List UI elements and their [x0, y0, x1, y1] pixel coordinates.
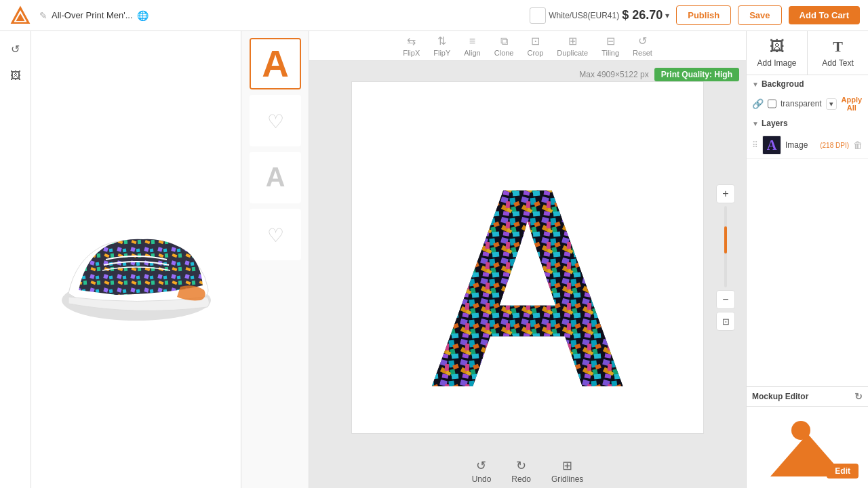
add-text-icon: T [833, 38, 843, 56]
undo-button[interactable]: ↺ Undo [472, 458, 492, 484]
background-section-header[interactable]: ▼ Backgroud [747, 75, 868, 93]
add-to-cart-button[interactable]: Add To Cart [789, 6, 860, 24]
layers-chevron: ▼ [752, 120, 759, 127]
zoom-track[interactable] [724, 206, 727, 287]
quality-badge: Print Quality: High [654, 68, 739, 81]
zoom-in-button[interactable]: + [716, 184, 735, 203]
canvas-wrapper: Max 4909×5122 px Print Quality: High A [309, 61, 746, 454]
canvas-info: Max 4909×5122 px Print Quality: High [579, 68, 739, 81]
bottom-controls: ↺ Undo ↻ Redo ⊞ Gridlines [309, 454, 746, 488]
variant-label: White/US8(EUR41) [549, 11, 619, 20]
color-swatch [530, 7, 546, 24]
layer-item-image: ⠿ A Image (218 DPI) 🗑 [747, 132, 868, 159]
product-name-area[interactable]: ✎ All-Over Print Men'... 🌐 [39, 10, 149, 21]
duplicate-tool[interactable]: ⊞ Duplicate [557, 35, 588, 57]
layer-drag-handle[interactable]: ⠿ [752, 140, 758, 150]
svg-text:♡: ♡ [267, 224, 283, 246]
layer-delete-button[interactable]: 🗑 [853, 140, 863, 150]
clone-tool[interactable]: ⧉ Clone [494, 35, 514, 57]
mockup-editor-header: Mockup Editor ↻ [747, 387, 868, 407]
tiling-tool[interactable]: ⊟ Tiling [601, 35, 619, 57]
thumbnail-panel: A ♡ A ♡ [241, 31, 309, 488]
thumbnail-item-1[interactable]: A [250, 38, 301, 89]
canvas-area: ⇆ FlipX ⇅ FlipY ≡ Align ⧉ Clone ⊡ Crop ⊞… [309, 31, 746, 488]
shoe-preview-image [48, 192, 224, 327]
left-panel: ↺ 🖼 [0, 31, 31, 488]
product-name-label: All-Over Print Men'... [52, 10, 133, 20]
topbar: ✎ All-Over Print Men'... 🌐 White/US8(EUR… [0, 0, 868, 31]
layer-dpi-label: (218 DPI) [820, 142, 849, 149]
undo-icon-btn[interactable]: ↺ [5, 38, 26, 60]
apply-all-button[interactable]: Apply All [841, 96, 863, 112]
toolbar-row: ⇆ FlipX ⇅ FlipY ≡ Align ⧉ Clone ⊡ Crop ⊞… [309, 31, 746, 61]
add-image-button[interactable]: 🖼 Add Image [747, 31, 807, 75]
bg-color-dropdown[interactable]: ▾ [826, 98, 837, 110]
main-layout: ↺ 🖼 [0, 31, 868, 488]
layer-name-label: Image [785, 140, 816, 150]
svg-text:♡: ♡ [267, 110, 283, 132]
align-icon: ≡ [469, 35, 475, 47]
crop-icon: ⊡ [531, 35, 540, 47]
pencil-icon: ✎ [39, 10, 47, 21]
bg-transparent-label: transparent [781, 99, 822, 108]
reset-icon: ↺ [638, 35, 647, 47]
layer-thumbnail: A [762, 136, 781, 155]
publish-button[interactable]: Publish [676, 5, 731, 25]
flipy-icon: ⇅ [437, 35, 446, 47]
gridlines-button[interactable]: ⊞ Gridlines [551, 458, 583, 484]
duplicate-icon: ⊞ [568, 35, 577, 47]
background-row: 🔗 transparent ▾ Apply All [747, 93, 868, 115]
reset-tool[interactable]: ↺ Reset [633, 35, 652, 57]
app-logo [8, 3, 33, 28]
mockup-editor-section: Mockup Editor ↻ Edit [747, 386, 868, 488]
add-buttons-row: 🖼 Add Image T Add Text [747, 31, 868, 75]
price-dropdown-arrow[interactable]: ▾ [665, 11, 669, 20]
globe-icon: 🌐 [137, 10, 149, 21]
max-size-label: Max 4909×5122 px [579, 70, 648, 79]
align-tool[interactable]: ≡ Align [464, 35, 480, 57]
mockup-edit-button[interactable]: Edit [827, 464, 859, 479]
redo-icon: ↻ [516, 458, 526, 473]
canvas-design: A [419, 115, 636, 400]
svg-rect-29 [419, 115, 636, 400]
zoom-controls: + − ⊡ [716, 184, 735, 331]
svg-text:A: A [265, 162, 285, 192]
mockup-preview-area: Edit [747, 407, 868, 488]
background-chevron: ▼ [752, 81, 759, 88]
thumbnail-item-4[interactable]: ♡ [250, 209, 301, 260]
undo-icon: ↺ [476, 458, 486, 473]
flipx-tool[interactable]: ⇆ FlipX [403, 35, 420, 57]
flipy-tool[interactable]: ⇅ FlipY [433, 35, 450, 57]
flipx-icon: ⇆ [407, 35, 416, 47]
bg-link-icon[interactable]: 🔗 [752, 98, 764, 109]
price-area: White/US8(EUR41) $ 26.70 ▾ [530, 7, 669, 24]
zoom-out-button[interactable]: − [716, 290, 735, 309]
add-image-icon: 🖼 [770, 38, 785, 56]
thumbnail-item-3[interactable]: A [250, 152, 301, 203]
canvas-inner[interactable]: A [351, 81, 704, 434]
layers-section-header[interactable]: ▼ Layers [747, 115, 868, 132]
price-display: $ 26.70 [622, 8, 663, 22]
mockup-refresh-icon[interactable]: ↻ [854, 391, 863, 402]
svg-text:A: A [262, 43, 289, 85]
redo-button[interactable]: ↻ Redo [511, 458, 531, 484]
gridlines-icon: ⊞ [562, 458, 572, 473]
layers-section: ▼ Layers ⠿ A Image (218 DPI) 🗑 [747, 115, 868, 159]
image-panel-btn[interactable]: 🖼 [5, 65, 26, 87]
bg-transparent-checkbox[interactable] [768, 99, 776, 108]
right-panel: 🖼 Add Image T Add Text ▼ Backgroud 🔗 tra… [746, 31, 868, 488]
clone-icon: ⧉ [500, 35, 508, 47]
right-content: ▼ Backgroud 🔗 transparent ▾ Apply All ▼ … [747, 75, 868, 386]
add-text-button[interactable]: T Add Text [808, 31, 868, 75]
zoom-thumb [724, 226, 727, 253]
save-button[interactable]: Save [738, 5, 781, 25]
zoom-fit-button[interactable]: ⊡ [716, 312, 735, 331]
thumbnail-item-2[interactable]: ♡ [250, 95, 301, 146]
crop-tool[interactable]: ⊡ Crop [528, 35, 544, 57]
svg-text:A: A [767, 138, 777, 152]
tiling-icon: ⊟ [606, 35, 615, 47]
preview-pane [31, 31, 241, 488]
